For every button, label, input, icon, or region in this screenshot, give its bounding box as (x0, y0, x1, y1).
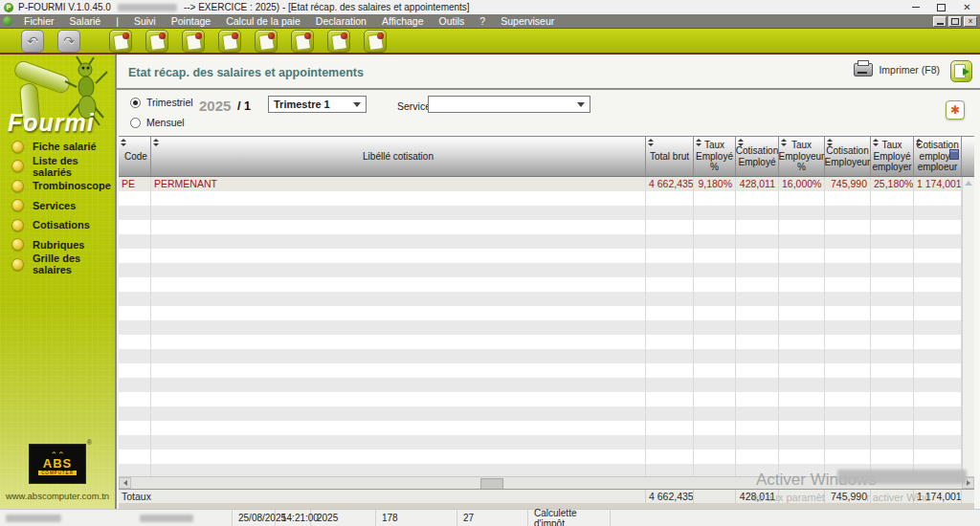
column-header-cotisation-employe-employeur[interactable]: Cotisation employé emploeur (914, 137, 962, 176)
status-tax-calculator[interactable]: Calculette d'impôt (528, 510, 611, 526)
table-row[interactable] (119, 449, 962, 464)
menu-item[interactable]: | (108, 15, 126, 27)
column-header-total-brut[interactable]: Total brut (646, 137, 694, 176)
cell-taux-employeur[interactable]: 16,000% (779, 177, 825, 191)
cell-cotisation-employe[interactable]: 428,011 (736, 177, 779, 191)
cell-code[interactable]: PE (119, 177, 151, 191)
forward-arrow-icon[interactable]: ↷ (57, 30, 80, 53)
menu-item[interactable]: Calcul de la paie (218, 15, 308, 27)
sidebar-item[interactable]: Cotisations (0, 215, 115, 235)
service-select[interactable] (428, 96, 590, 113)
table-row[interactable] (119, 406, 962, 421)
sort-icon (827, 139, 834, 148)
totals-cotisation-employeur: 745,990 (825, 490, 871, 503)
mdi-close-button[interactable]: x (964, 16, 977, 27)
trimester-select[interactable]: Trimestre 1 (268, 96, 367, 113)
table-body: PE PERMENANT 4 662,435 9,180% 428,011 16… (119, 177, 962, 476)
table-row[interactable] (119, 277, 962, 292)
status-company (0, 510, 233, 526)
table-row[interactable] (119, 435, 962, 449)
title-bar: P P-FOURMI V.1.0.45.0 --> EXERCICE : 202… (0, 0, 980, 14)
main-panel: Etat récap. des salaires et appointement… (115, 55, 980, 509)
menu-item[interactable]: ? (472, 15, 493, 27)
column-header-cotisation-employe[interactable]: Cotisation Employé (736, 137, 779, 176)
exit-icon[interactable] (950, 60, 972, 82)
table-row[interactable] (119, 292, 962, 306)
status-count-2: 27 (457, 510, 528, 526)
column-header-taux-employe[interactable]: Taux Employé % (694, 137, 736, 176)
bullet-icon (11, 238, 24, 251)
close-button[interactable]: ✕ (954, 0, 980, 14)
fingerprint-icon[interactable] (145, 30, 168, 53)
menu-item[interactable]: Declaration (308, 15, 374, 27)
print-button[interactable]: Imprimer (F8) (854, 63, 940, 77)
menu-item[interactable]: Affichage (374, 15, 432, 27)
cell-taux-employe[interactable]: 9,180% (694, 177, 736, 191)
table-row[interactable] (119, 206, 962, 220)
menu-item[interactable]: Superviseur (493, 15, 562, 27)
cell-cotisation-employe-employeur[interactable]: 1 174,001 (914, 177, 962, 191)
settings-gear-icon[interactable] (946, 100, 965, 120)
table-row[interactable] (119, 191, 962, 206)
scroll-left-icon[interactable] (119, 477, 131, 489)
restore-button[interactable] (928, 0, 954, 14)
minimize-button[interactable] (902, 0, 928, 14)
cell-cotisation-employeur[interactable]: 745,990 (825, 177, 871, 191)
radio-button[interactable] (130, 118, 141, 128)
table-row[interactable] (119, 249, 962, 263)
sidebar-item[interactable]: Trombinoscope (0, 176, 115, 196)
cell-total-brut[interactable]: 4 662,435 (646, 177, 694, 191)
table-row[interactable] (119, 392, 962, 406)
report-icon[interactable] (327, 30, 350, 53)
column-header-libelle[interactable]: Libéllé cotisation (151, 137, 646, 176)
menu-item[interactable]: Suivi (126, 15, 164, 27)
column-options-icon[interactable] (949, 149, 959, 160)
stats-icon[interactable] (291, 30, 314, 53)
column-header-cotisation-employeur[interactable]: Cotisation Employeur (825, 137, 871, 176)
scroll-up-icon[interactable] (965, 181, 972, 186)
mdi-restore-button[interactable] (948, 16, 962, 27)
window-title: P-FOURMI V.1.0.45.0 (18, 2, 111, 12)
cell-taux-employe-employer[interactable]: 25,180% (871, 177, 914, 191)
redacted-company-name (6, 515, 61, 522)
back-arrow-icon[interactable]: ↶ (21, 30, 44, 53)
sidebar-item[interactable]: Fiche salarié (0, 137, 115, 157)
column-header-taux-employe-employer[interactable]: Taux Employé employer (871, 137, 914, 176)
bullet-icon (11, 219, 24, 231)
table-row[interactable] (119, 363, 962, 378)
sort-icon (696, 139, 702, 148)
hand-attendance-icon[interactable] (182, 30, 205, 53)
cell-libelle[interactable]: PERMENANT (151, 177, 646, 191)
website-link[interactable]: www.abscomputer.com.tn (0, 491, 115, 501)
table-row[interactable] (119, 306, 962, 320)
table-row[interactable]: PE PERMENANT 4 662,435 9,180% 428,011 16… (119, 177, 962, 191)
note-icon[interactable] (218, 30, 241, 53)
radio-trimestriel[interactable]: Trimestriel (130, 97, 193, 108)
table-row[interactable] (119, 220, 962, 234)
totals-label: Totaux (119, 490, 646, 503)
table-row[interactable] (119, 263, 962, 277)
column-header-taux-employeur[interactable]: Taux Employeur % (779, 137, 825, 176)
sidebar-item[interactable]: Services (0, 196, 115, 216)
payslip-icon[interactable] (255, 30, 278, 53)
menu-item[interactable]: Outils (432, 15, 473, 27)
import-icon[interactable] (364, 30, 387, 53)
radio-mensuel[interactable]: Mensuel (130, 117, 185, 128)
table-row[interactable] (119, 349, 962, 363)
column-header-code[interactable]: Code (119, 137, 151, 176)
menu-item[interactable]: Pointage (164, 15, 218, 27)
table-row[interactable] (119, 320, 962, 335)
table-row[interactable] (119, 378, 962, 392)
table-row[interactable] (119, 421, 962, 435)
employee-icon[interactable] (109, 30, 132, 53)
table-row[interactable] (119, 234, 962, 249)
menu-item[interactable]: Salarié (62, 15, 109, 27)
sidebar-item[interactable]: Grille des salaires (0, 254, 115, 274)
mdi-minimize-button[interactable] (933, 16, 947, 27)
sidebar-item[interactable]: Rubriques (0, 235, 115, 255)
table-row[interactable] (119, 335, 962, 349)
vertical-scrollbar[interactable] (962, 177, 974, 476)
sidebar-item[interactable]: Liste des salariés (0, 157, 115, 177)
radio-button-checked[interactable] (130, 98, 141, 108)
menu-item[interactable]: Fichier (16, 15, 62, 27)
